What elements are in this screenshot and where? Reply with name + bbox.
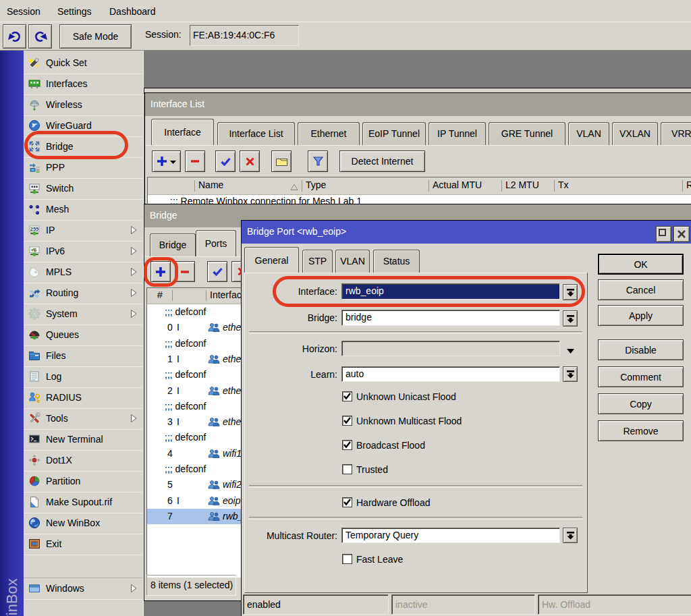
svg-text:255: 255: [30, 226, 39, 232]
svg-text:6: 6: [34, 247, 37, 253]
